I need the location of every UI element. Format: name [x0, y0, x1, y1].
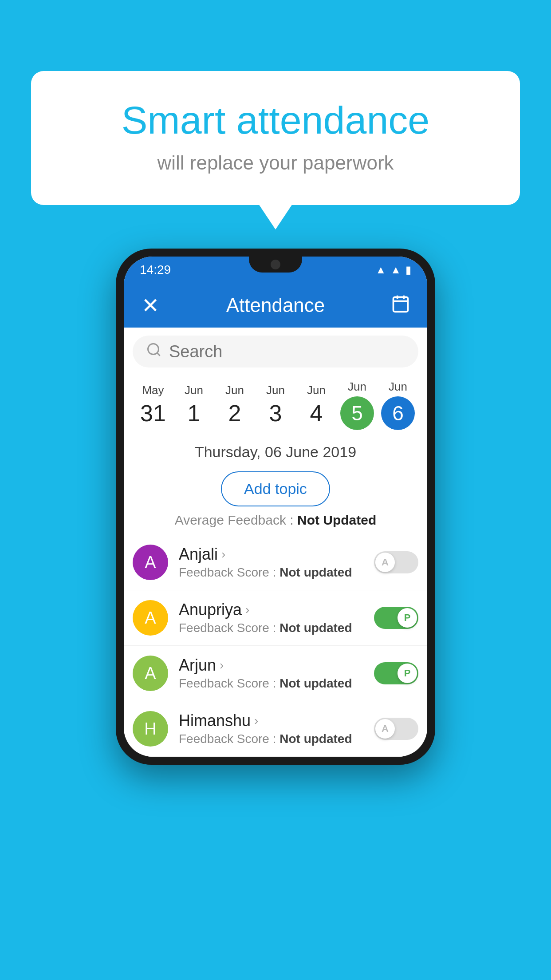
- date-item-1[interactable]: Jun 1: [173, 379, 214, 431]
- chevron-right-icon: ›: [245, 603, 249, 617]
- date-item-6[interactable]: Jun 6: [378, 375, 418, 435]
- date-item-2[interactable]: Jun 2: [214, 379, 255, 431]
- student-info: Himanshu › Feedback Score : Not updated: [179, 711, 374, 746]
- notch-camera: [271, 260, 280, 269]
- date-item-31[interactable]: May 31: [133, 379, 173, 431]
- student-info: Anupriya › Feedback Score : Not updated: [179, 601, 374, 635]
- student-feedback: Feedback Score : Not updated: [179, 732, 374, 746]
- add-topic-button[interactable]: Add topic: [221, 471, 330, 506]
- speech-bubble: Smart attendance will replace your paper…: [31, 71, 520, 205]
- attendance-toggle[interactable]: P: [374, 662, 418, 684]
- student-feedback: Feedback Score : Not updated: [179, 621, 374, 635]
- app-bar: ✕ Attendance: [124, 283, 427, 328]
- search-icon: [146, 342, 162, 362]
- svg-rect-0: [394, 297, 408, 312]
- date-item-4[interactable]: Jun 4: [296, 379, 337, 431]
- student-name: Anjali ›: [179, 545, 374, 564]
- student-name: Anupriya ›: [179, 601, 374, 619]
- avg-feedback: Average Feedback : Not Updated: [124, 513, 427, 528]
- battery-icon: ▮: [405, 264, 411, 276]
- attendance-toggle[interactable]: A: [374, 551, 418, 573]
- phone-outer: 14:29 ▲ ▲ ▮ ✕ Attendance: [116, 249, 435, 765]
- svg-line-5: [157, 352, 160, 356]
- student-info: Arjun › Feedback Score : Not updated: [179, 656, 374, 691]
- status-time: 14:29: [140, 263, 171, 277]
- attendance-toggle[interactable]: A: [374, 718, 418, 740]
- status-icons: ▲ ▲ ▮: [375, 264, 411, 276]
- date-item-3[interactable]: Jun 3: [255, 379, 296, 431]
- student-avatar: A: [133, 545, 168, 580]
- calendar-icon[interactable]: [387, 294, 414, 317]
- student-name: Himanshu ›: [179, 711, 374, 730]
- toggle-container[interactable]: A: [374, 718, 418, 740]
- date-strip: May 31 Jun 1 Jun 2 Jun 3 Jun 4 Jun 5 Jun…: [124, 375, 427, 435]
- selected-date-label: Thursday, 06 June 2019: [124, 435, 427, 465]
- search-input[interactable]: [169, 342, 405, 361]
- student-list: A Anjali › Feedback Score : Not updated …: [124, 535, 427, 757]
- student-item[interactable]: A Anupriya › Feedback Score : Not update…: [124, 590, 427, 646]
- student-avatar: A: [133, 600, 168, 636]
- attendance-toggle[interactable]: P: [374, 607, 418, 629]
- phone-wrapper: 14:29 ▲ ▲ ▮ ✕ Attendance: [116, 249, 435, 765]
- student-avatar: A: [133, 656, 168, 691]
- chevron-right-icon: ›: [254, 714, 258, 728]
- bubble-subtitle: will replace your paperwork: [58, 152, 493, 174]
- toggle-container[interactable]: A: [374, 551, 418, 573]
- student-feedback: Feedback Score : Not updated: [179, 565, 374, 580]
- student-info: Anjali › Feedback Score : Not updated: [179, 545, 374, 580]
- bubble-title: Smart attendance: [58, 98, 493, 143]
- app-bar-title: Attendance: [164, 294, 387, 316]
- search-bar[interactable]: [133, 336, 418, 368]
- student-item[interactable]: A Arjun › Feedback Score : Not updated P: [124, 646, 427, 701]
- student-feedback: Feedback Score : Not updated: [179, 676, 374, 691]
- phone-screen: 14:29 ▲ ▲ ▮ ✕ Attendance: [124, 257, 427, 757]
- phone-notch: [249, 257, 302, 273]
- signal-icon: ▲: [390, 264, 401, 276]
- date-item-5[interactable]: Jun 5: [337, 375, 378, 435]
- student-name: Arjun ›: [179, 656, 374, 675]
- speech-bubble-container: Smart attendance will replace your paper…: [31, 71, 520, 205]
- svg-point-4: [148, 344, 159, 354]
- wifi-icon: ▲: [375, 264, 386, 276]
- toggle-container[interactable]: P: [374, 607, 418, 629]
- student-item[interactable]: H Himanshu › Feedback Score : Not update…: [124, 701, 427, 757]
- chevron-right-icon: ›: [220, 658, 224, 672]
- student-avatar: H: [133, 711, 168, 747]
- toggle-container[interactable]: P: [374, 662, 418, 684]
- student-item[interactable]: A Anjali › Feedback Score : Not updated …: [124, 535, 427, 590]
- close-icon[interactable]: ✕: [137, 293, 164, 318]
- chevron-right-icon: ›: [221, 547, 225, 561]
